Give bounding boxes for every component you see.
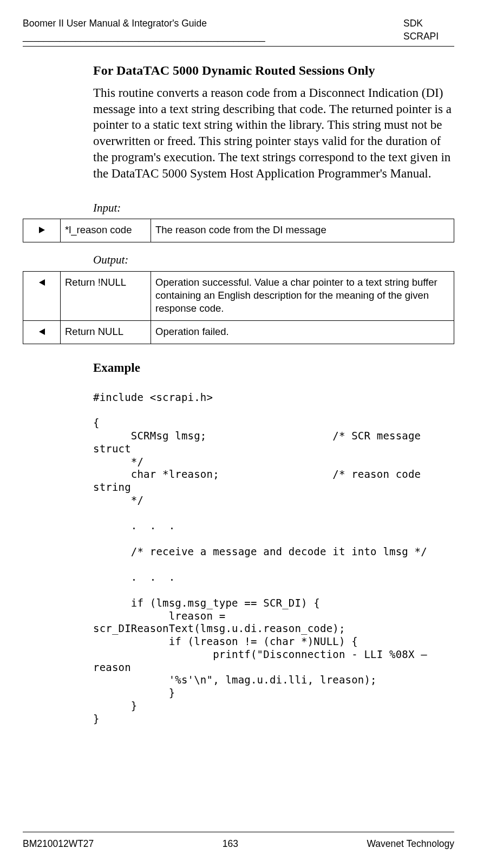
input-key: *l_reason code (61, 219, 151, 242)
example-heading: Example (93, 359, 454, 376)
output-desc: Operation failed. (151, 320, 454, 344)
arrow-left-icon (23, 320, 61, 344)
table-row: *l_reason code The reason code from the … (23, 219, 454, 242)
footer-right: Wavenet Technology (367, 838, 455, 851)
code-block: #include <scrapi.h> { SCRMsg lmsg; /* SC… (93, 391, 454, 726)
page-footer: BM210012WT27 163 Wavenet Technology (23, 832, 454, 851)
output-label: Output: (93, 252, 454, 267)
output-key: Return !NULL (61, 271, 151, 320)
output-key: Return NULL (61, 320, 151, 344)
arrow-left-icon (23, 271, 61, 320)
header-left: Boomer II User Manual & Integrator's Gui… (23, 17, 403, 43)
header-left-text: Boomer II User Manual & Integrator's Gui… (23, 18, 207, 29)
output-table: Return !NULL Operation successful. Value… (23, 271, 454, 344)
section-title: For DataTAC 5000 Dynamic Routed Sessions… (93, 62, 454, 79)
input-desc: The reason code from the DI message (151, 219, 454, 242)
header-right: SDK SCRAPI (403, 17, 454, 43)
input-label: Input: (93, 200, 454, 215)
footer-left: BM210012WT27 (23, 838, 94, 851)
table-row: Return NULL Operation failed. (23, 320, 454, 344)
input-table: *l_reason code The reason code from the … (23, 219, 454, 242)
header-underscore: ________________________________________… (23, 31, 265, 42)
footer-center: 163 (223, 838, 238, 851)
page: Boomer II User Manual & Integrator's Gui… (0, 0, 477, 868)
content-column: For DataTAC 5000 Dynamic Routed Sessions… (23, 62, 454, 725)
page-header: Boomer II User Manual & Integrator's Gui… (23, 17, 454, 47)
body-paragraph: This routine converts a reason code from… (93, 85, 454, 182)
output-desc: Operation successful. Value a char point… (151, 271, 454, 320)
arrow-right-icon (23, 219, 61, 242)
table-row: Return !NULL Operation successful. Value… (23, 271, 454, 320)
